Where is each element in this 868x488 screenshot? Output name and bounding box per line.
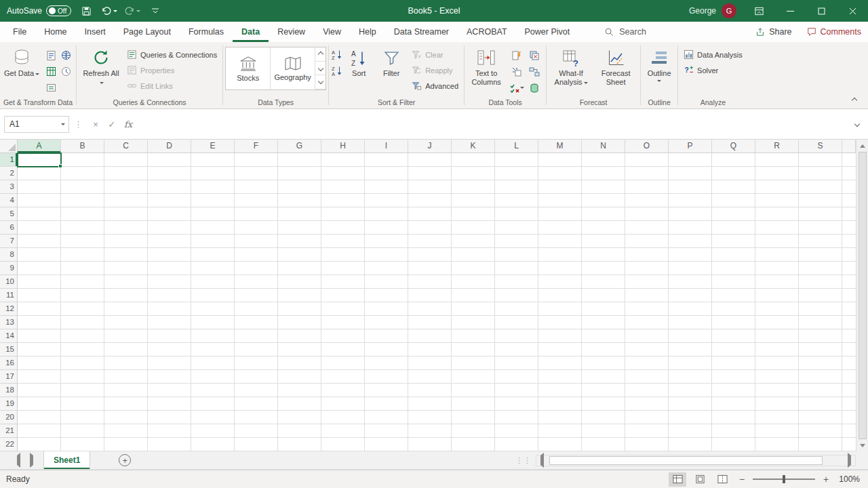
- column-header-L[interactable]: L: [495, 140, 538, 152]
- row-header-12[interactable]: 12: [0, 302, 17, 316]
- undo-button[interactable]: [101, 3, 117, 19]
- zoom-in-button[interactable]: +: [820, 474, 832, 485]
- name-box[interactable]: A1: [4, 116, 69, 133]
- reapply-button[interactable]: Reapply: [408, 62, 462, 78]
- row-header-15[interactable]: 15: [0, 343, 17, 357]
- collapse-ribbon-button[interactable]: [848, 95, 861, 106]
- properties-button[interactable]: Properties: [123, 62, 220, 78]
- formula-input[interactable]: [142, 116, 849, 133]
- row-header-1[interactable]: 1: [0, 153, 17, 167]
- column-header-M[interactable]: M: [538, 140, 582, 152]
- manage-data-model-button[interactable]: [526, 80, 542, 96]
- column-header-D[interactable]: D: [148, 140, 191, 152]
- tab-acrobat[interactable]: ACROBAT: [458, 22, 516, 42]
- scroll-right-button[interactable]: [844, 455, 855, 465]
- row-header-14[interactable]: 14: [0, 329, 17, 343]
- existing-connections-button[interactable]: [44, 80, 58, 96]
- tab-insert[interactable]: Insert: [76, 22, 115, 42]
- column-header-I[interactable]: I: [365, 140, 408, 152]
- row-header-10[interactable]: 10: [0, 275, 17, 289]
- tab-power-pivot[interactable]: Power Pivot: [516, 22, 579, 42]
- row-header-18[interactable]: 18: [0, 384, 17, 397]
- tab-data[interactable]: Data: [233, 22, 269, 42]
- redo-button[interactable]: [124, 3, 140, 19]
- row-header-13[interactable]: 13: [0, 316, 17, 329]
- grid-cells[interactable]: [18, 153, 856, 451]
- row-header-19[interactable]: 19: [0, 397, 17, 411]
- horizontal-scroll-thumb[interactable]: [549, 456, 823, 465]
- scroll-left-button[interactable]: [536, 455, 547, 465]
- row-header-9[interactable]: 9: [0, 262, 17, 275]
- vertical-scroll-thumb[interactable]: [859, 152, 867, 439]
- autosave-toggle[interactable]: AutoSave Off: [7, 5, 71, 16]
- tab-file[interactable]: File: [4, 22, 35, 42]
- column-header-A[interactable]: A: [18, 140, 61, 152]
- selected-cell-outline[interactable]: [17, 152, 62, 167]
- gallery-more-button[interactable]: [315, 75, 326, 89]
- column-header-G[interactable]: G: [278, 140, 321, 152]
- horizontal-scroll-track[interactable]: [547, 455, 844, 466]
- get-data-button[interactable]: Get Data: [2, 43, 41, 96]
- column-header-F[interactable]: F: [235, 140, 278, 152]
- select-all-corner[interactable]: [0, 140, 18, 153]
- column-header-E[interactable]: E: [191, 140, 235, 152]
- filter-button[interactable]: Filter: [375, 43, 408, 96]
- flash-fill-button[interactable]: [509, 47, 525, 63]
- sort-ascending-button[interactable]: AZ: [331, 46, 342, 62]
- from-web-button[interactable]: [59, 47, 73, 63]
- column-header-P[interactable]: P: [669, 140, 712, 152]
- column-header-R[interactable]: R: [755, 140, 799, 152]
- tab-page-layout[interactable]: Page Layout: [115, 22, 180, 42]
- sheet-nav-right-button[interactable]: [30, 455, 34, 465]
- row-header-16[interactable]: 16: [0, 357, 17, 370]
- avatar[interactable]: G: [722, 3, 736, 18]
- maximize-button[interactable]: [806, 0, 837, 22]
- cancel-button[interactable]: ×: [87, 116, 104, 132]
- queries-connections-button[interactable]: Queries & Connections: [123, 47, 220, 62]
- consolidate-button[interactable]: [509, 64, 525, 79]
- column-header-K[interactable]: K: [452, 140, 495, 152]
- gallery-down-button[interactable]: [315, 62, 326, 76]
- ribbon-display-options-button[interactable]: [743, 0, 774, 22]
- normal-view-button[interactable]: [669, 472, 686, 487]
- close-button[interactable]: [837, 0, 868, 22]
- advanced-filter-button[interactable]: Advanced: [408, 78, 462, 94]
- tab-splitter-handle[interactable]: ⋮⋮: [511, 456, 536, 465]
- clear-filter-button[interactable]: Clear: [408, 47, 462, 62]
- zoom-slider[interactable]: [753, 474, 815, 484]
- edit-links-button[interactable]: Edit Links: [123, 78, 220, 94]
- forecast-sheet-button[interactable]: Forecast Sheet: [593, 43, 638, 96]
- column-header-O[interactable]: O: [625, 140, 669, 152]
- row-header-7[interactable]: 7: [0, 235, 17, 248]
- from-table-range-button[interactable]: [44, 64, 58, 79]
- tab-review[interactable]: Review: [269, 22, 314, 42]
- row-header-5[interactable]: 5: [0, 207, 17, 221]
- enter-button[interactable]: ✓: [104, 116, 120, 132]
- row-header-4[interactable]: 4: [0, 194, 17, 207]
- row-header-8[interactable]: 8: [0, 248, 17, 262]
- new-sheet-button[interactable]: +: [119, 454, 131, 466]
- row-header-21[interactable]: 21: [0, 424, 17, 438]
- recent-sources-button[interactable]: [59, 64, 73, 79]
- share-button[interactable]: Share: [755, 27, 791, 37]
- outline-button[interactable]: Outline: [643, 43, 675, 96]
- zoom-level[interactable]: 100%: [837, 474, 860, 484]
- zoom-out-button[interactable]: −: [736, 474, 748, 485]
- row-header-3[interactable]: 3: [0, 180, 17, 194]
- autosave-toggle-pill[interactable]: Off: [46, 5, 71, 16]
- sheet-nav-left-button[interactable]: [16, 455, 20, 465]
- data-analysis-button[interactable]: Data Analysis: [680, 47, 746, 62]
- page-break-view-button[interactable]: [713, 472, 731, 487]
- sort-descending-button[interactable]: ZA: [331, 62, 342, 79]
- tab-formulas[interactable]: Formulas: [180, 22, 233, 42]
- column-header-B[interactable]: B: [61, 140, 104, 152]
- column-header-H[interactable]: H: [321, 140, 365, 152]
- tab-home[interactable]: Home: [35, 22, 75, 42]
- row-header-17[interactable]: 17: [0, 370, 17, 384]
- account-name[interactable]: George: [689, 6, 716, 16]
- row-header-2[interactable]: 2: [0, 167, 17, 180]
- what-if-analysis-button[interactable]: ? What-If Analysis: [549, 43, 593, 96]
- remove-duplicates-button[interactable]: [526, 47, 542, 63]
- refresh-all-button[interactable]: Refresh All: [79, 43, 123, 96]
- column-header-J[interactable]: J: [408, 140, 452, 152]
